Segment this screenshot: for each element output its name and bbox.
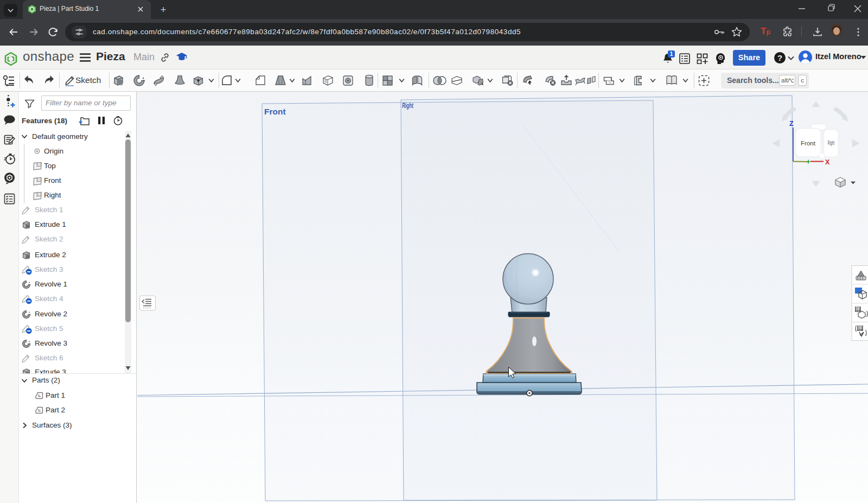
svg-text:Right: Right <box>828 139 835 147</box>
svg-text:Front: Front <box>264 107 286 116</box>
svg-text:Right: Right <box>402 101 414 109</box>
svg-text:Front: Front <box>801 140 816 147</box>
svg-text:X: X <box>825 158 830 166</box>
svg-text:Z: Z <box>789 120 794 128</box>
